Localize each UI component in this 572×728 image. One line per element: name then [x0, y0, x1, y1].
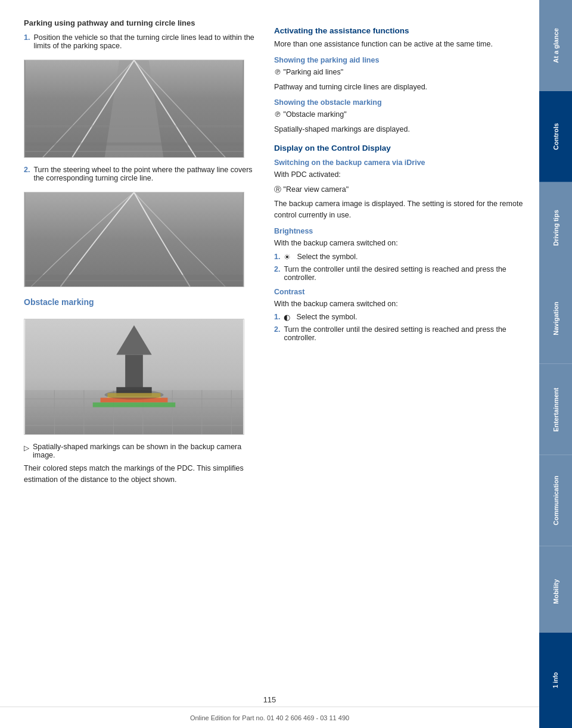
obstacle-marking-sub-heading: Showing the obstacle marking	[274, 98, 527, 107]
sidebar-tab-label-6: Communication	[552, 476, 559, 525]
backup-camera-heading: Switching on the backup camera via iDriv…	[274, 158, 527, 167]
step1-text: Position the vehicle so that the turning…	[33, 33, 256, 50]
sidebar-tab-controls[interactable]: Controls	[539, 91, 572, 182]
brightness-step-1: 1. ☀ Select the symbol.	[274, 253, 527, 262]
svg-rect-30	[93, 403, 176, 407]
step-2: 2. Turn the steering wheel to the point …	[24, 166, 256, 182]
sidebar-tab-label-2: Controls	[552, 123, 559, 150]
step1-number: 1.	[24, 33, 30, 50]
left-column: Parking using pathway and turning circle…	[24, 18, 256, 710]
steps-list: 1. Position the vehicle so that the turn…	[24, 33, 256, 50]
sidebar-tab-communication[interactable]: Communication	[539, 455, 572, 546]
brightness-heading: Brightness	[274, 227, 527, 235]
footer: Online Edition for Part no. 01 40 2 606 …	[0, 707, 539, 728]
brightness-text: With the backup camera switched on:	[274, 238, 527, 249]
obstacle-marking-menu-text: "Obstacle marking"	[283, 110, 346, 119]
activating-text: More than one assistance function can be…	[274, 39, 527, 50]
obstacle-image	[24, 319, 244, 435]
brightness-step1-text: Select the symbol.	[297, 253, 358, 262]
parking-lines-desc: Pathway and turning circle lines are dis…	[274, 82, 527, 93]
brightness-step1-num: 1.	[274, 253, 280, 262]
backup-camera-icon: Ⓡ	[274, 185, 281, 194]
backup-camera-menu-text: "Rear view camera"	[283, 185, 349, 194]
obstacle-marking-heading: Obstacle marking	[24, 297, 256, 307]
step-1: 1. Position the vehicle so that the turn…	[24, 33, 256, 50]
obstacle-description: Their colored steps match the markings o…	[24, 463, 256, 486]
display-heading: Display on the Control Display	[274, 144, 527, 153]
sidebar-tab-label-7: Mobility	[552, 579, 559, 604]
info-badge: 1 info	[539, 633, 572, 728]
bullet-arrow-icon: ▷	[24, 444, 29, 459]
sidebar-tab-entertainment[interactable]: Entertainment	[539, 364, 572, 455]
sidebar-tab-at-a-glance[interactable]: At a glance	[539, 0, 572, 91]
contrast-heading: Contrast	[274, 288, 527, 296]
footer-text: Online Edition for Part no. 01 40 2 606 …	[190, 714, 349, 721]
contrast-step-2: 2. Turn the controller until the desired…	[274, 325, 527, 342]
brightness-step-2: 2. Turn the controller until the desired…	[274, 265, 527, 282]
contrast-step2-num: 2.	[274, 325, 280, 342]
contrast-text: With the backup camera switched on:	[274, 298, 527, 310]
sidebar-tab-label-3: Driving tips	[552, 210, 559, 246]
road-image-2	[24, 192, 244, 287]
steps-list-2: 2. Turn the steering wheel to the point …	[24, 166, 256, 182]
svg-rect-7	[25, 125, 243, 127]
brightness-step2-text: Turn the controller until the desired se…	[284, 265, 527, 282]
svg-rect-9	[25, 192, 243, 287]
parking-lines-heading: Showing the parking aid lines	[274, 56, 527, 64]
right-column: Activating the assistance functions More…	[274, 18, 527, 710]
obstacle-marking-desc: Spatially-shaped markings are displayed.	[274, 124, 527, 135]
contrast-step1-icon: ◐	[284, 313, 290, 322]
sidebar: At a glance Controls Driving tips Naviga…	[539, 0, 572, 728]
left-main-heading: Parking using pathway and turning circle…	[24, 18, 256, 29]
backup-camera-pdc: With PDC activated:	[274, 169, 527, 181]
road-image-1	[24, 60, 244, 158]
sidebar-tab-mobility[interactable]: Mobility	[539, 546, 572, 637]
svg-rect-6	[25, 142, 243, 145]
parking-lines-menu-item: ℗ "Parking aid lines"	[274, 67, 527, 78]
brightness-step2-num: 2.	[274, 265, 280, 282]
backup-camera-menu-item: Ⓡ "Rear view camera"	[274, 184, 527, 195]
step2-text: Turn the steering wheel to the point whe…	[33, 166, 256, 182]
backup-camera-desc: The backup camera image is displayed. Th…	[274, 198, 527, 221]
obstacle-marking-menu-item: ℗ "Obstacle marking"	[274, 109, 527, 120]
page-number-text: 115	[263, 695, 276, 704]
parking-lines-menu-text: "Parking aid lines"	[283, 68, 343, 76]
step2-number: 2.	[24, 166, 30, 182]
brightness-step1-icon: ☀	[284, 253, 291, 262]
obstacle-bullet-text: Spatially-shaped markings can be shown i…	[33, 443, 256, 459]
sidebar-tab-driving-tips[interactable]: Driving tips	[539, 182, 572, 273]
obstacle-bullet: ▷ Spatially-shaped markings can be shown…	[24, 443, 256, 459]
contrast-step-1: 1. ◐ Select the symbol.	[274, 313, 527, 322]
contrast-step2-text: Turn the controller until the desired se…	[284, 325, 527, 342]
sidebar-tab-label-5: Entertainment	[552, 387, 559, 431]
sidebar-tab-label-4: Navigation	[552, 302, 559, 335]
page-container: Parking using pathway and turning circle…	[0, 0, 572, 728]
contrast-step1-num: 1.	[274, 313, 280, 322]
main-content: Parking using pathway and turning circle…	[0, 0, 539, 728]
sidebar-tab-label-1: At a glance	[552, 28, 559, 63]
obstacle-marking-icon: ℗	[274, 110, 281, 119]
activating-heading: Activating the assistance functions	[274, 26, 527, 35]
svg-point-31	[105, 390, 164, 400]
page-number: 115	[0, 695, 539, 707]
sidebar-tab-navigation[interactable]: Navigation	[539, 273, 572, 364]
info-badge-text: 1 info	[552, 673, 559, 689]
parking-lines-icon: ℗	[274, 68, 281, 76]
contrast-step1-text: Select the symbol.	[296, 313, 357, 322]
